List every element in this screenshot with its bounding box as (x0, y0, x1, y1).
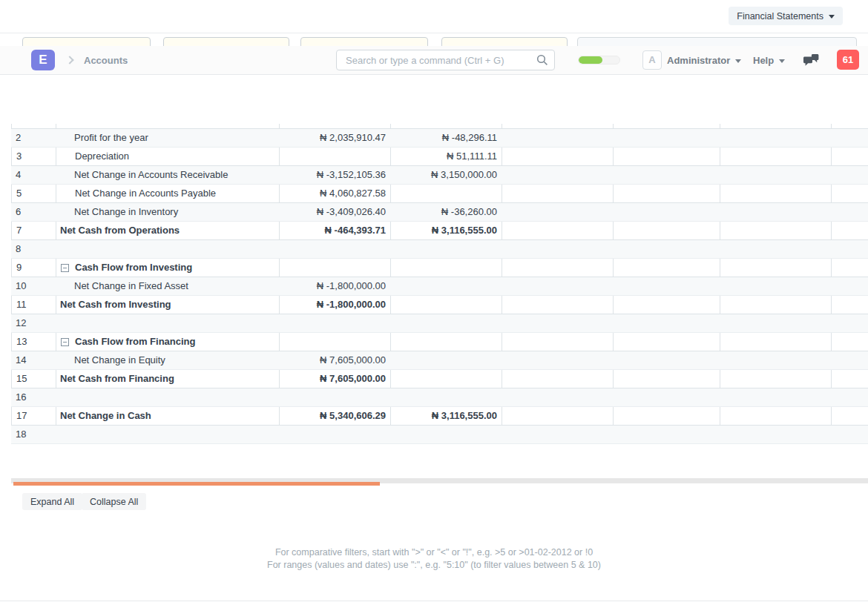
empty-cell (720, 124, 832, 128)
table-row: 15Net Cash from Financing₦ 7,605,000.00 (11, 370, 868, 388)
collapse-toggle-icon[interactable] (61, 264, 69, 272)
empty-cell (279, 388, 390, 406)
row-number: 5 (12, 185, 56, 202)
amount-cell: ₦ 5,340,606.29 (280, 407, 391, 425)
expand-all-button[interactable]: Expand All (22, 493, 82, 510)
empty-cell (502, 240, 613, 258)
empty-cell (614, 370, 720, 388)
empty-cell (614, 222, 720, 239)
empty-cell (502, 148, 614, 165)
empty-cell (502, 407, 614, 425)
account-cell[interactable]: Net Cash from Financing (56, 370, 280, 388)
amount-cell: ₦ 2,035,910.47 (279, 129, 390, 147)
empty-cell (613, 203, 720, 221)
account-cell[interactable]: Net Change in Equity (56, 351, 279, 369)
amount-cell: ₦ -464,393.71 (280, 222, 391, 239)
help-menu[interactable]: Help (753, 46, 785, 75)
row-number: 10 (11, 277, 56, 295)
empty-cell (613, 240, 720, 258)
empty-cell (614, 333, 720, 351)
table-row: 16 (11, 388, 868, 407)
table-row: 14Net Change in Equity₦ 7,605,000.00 (11, 351, 868, 370)
empty-cell (831, 166, 868, 184)
page-head: Cash Flow Menu Refresh (0, 75, 868, 124)
empty-cell (502, 129, 613, 147)
empty-cell (614, 407, 720, 425)
account-cell[interactable]: Cash Flow from Financing (56, 333, 280, 351)
empty-cell (720, 222, 832, 239)
empty-cell (831, 203, 868, 221)
caret-down-icon (779, 59, 785, 63)
empty-cell (502, 426, 613, 443)
empty-cell (614, 296, 720, 314)
row-number: 9 (12, 259, 56, 277)
collapse-all-button[interactable]: Collapse All (82, 493, 146, 510)
row-number: 15 (12, 370, 56, 388)
horizontal-scrollbar-thumb[interactable] (13, 482, 380, 486)
empty-cell (613, 314, 720, 332)
row-number: 17 (12, 407, 56, 425)
collapse-toggle-icon[interactable] (61, 338, 69, 346)
empty-cell (390, 240, 502, 258)
empty-cell (720, 351, 831, 369)
empty-cell (720, 314, 831, 332)
empty-cell (832, 333, 868, 351)
account-cell[interactable]: Cash Flow from Investing (56, 259, 280, 277)
table-row-clipped (11, 124, 868, 129)
chat-icon[interactable] (803, 54, 819, 67)
section-label: Cash Flow from Financing (75, 333, 196, 351)
empty-cell (279, 426, 390, 443)
table-row: 18 (11, 426, 868, 444)
empty-cell (720, 129, 831, 147)
amount-cell: ₦ 3,150,000.00 (390, 166, 502, 184)
empty-cell (832, 407, 868, 425)
report-switcher-button[interactable]: Financial Statements (729, 7, 843, 25)
account-cell[interactable]: Net Change in Accounts Receivable (56, 166, 279, 184)
table-row: 7Net Cash from Operations₦ -464,393.71₦ … (11, 222, 868, 240)
row-number: 18 (11, 426, 56, 443)
page-bottom-divider (0, 601, 868, 601)
empty-cell (280, 259, 391, 277)
amount-cell: ₦ 7,605,000.00 (279, 351, 390, 369)
row-number: 7 (12, 222, 56, 239)
notification-badge[interactable]: 61 (837, 50, 859, 70)
row-number: 6 (11, 203, 56, 221)
account-cell[interactable]: Net Change in Fixed Asset (56, 277, 279, 295)
empty-cell (502, 333, 614, 351)
search-input[interactable] (336, 50, 555, 70)
account-cell[interactable]: Depreciation (56, 148, 280, 165)
empty-cell (831, 426, 868, 443)
empty-cell (614, 124, 720, 128)
filter-hint-line2: For ranges (values and dates) use ":", e… (0, 559, 868, 572)
amount-cell: ₦ 3,116,555.00 (391, 407, 502, 425)
amount-cell: ₦ -1,800,000.00 (279, 277, 390, 295)
empty-cell (614, 148, 720, 165)
account-cell[interactable]: Net Change in Inventory (56, 203, 279, 221)
app-logo[interactable]: E (31, 50, 55, 70)
empty-cell (831, 351, 868, 369)
breadcrumb[interactable]: Accounts (84, 46, 128, 75)
empty-cell (720, 370, 832, 388)
account-cell[interactable]: Net Cash from Operations (56, 222, 280, 239)
empty-cell (390, 314, 502, 332)
empty-cell (391, 185, 502, 202)
row-number: 8 (11, 240, 56, 258)
user-menu[interactable]: Administrator (667, 46, 741, 75)
search-wrap (336, 50, 555, 70)
amount-cell: ₦ 51,111.11 (391, 148, 502, 165)
account-cell[interactable]: Net Cash from Investing (56, 296, 280, 314)
account-cell[interactable]: Net Change in Cash (56, 407, 280, 425)
empty-cell (279, 240, 390, 258)
empty-cell (391, 124, 502, 128)
report-grid: 2Profit for the year₦ 2,035,910.47₦ -48,… (11, 124, 868, 444)
account-cell[interactable]: Profit for the year (56, 129, 279, 147)
empty-cell (614, 259, 720, 277)
filter-hints: For comparative filters, start with ">" … (0, 546, 868, 572)
avatar[interactable]: A (642, 50, 662, 70)
empty-cell (720, 407, 832, 425)
empty-cell (280, 148, 391, 165)
empty-cell (390, 277, 502, 295)
amount-cell: ₦ -48,296.11 (390, 129, 502, 147)
account-cell[interactable]: Net Change in Accounts Payable (56, 185, 280, 202)
empty-cell (831, 277, 868, 295)
